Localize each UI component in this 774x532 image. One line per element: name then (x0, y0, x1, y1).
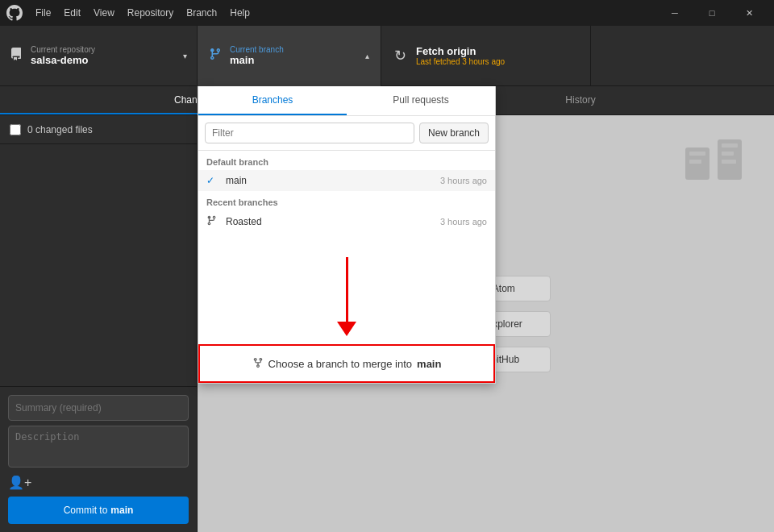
branch-name-main: main (226, 175, 434, 186)
avatar-row: 👤+ (8, 475, 189, 490)
repo-info: Current repository salsa-demo (31, 45, 175, 66)
svg-rect-2 (689, 152, 705, 156)
sidebar-bottom: 👤+ Commit to main (0, 386, 197, 532)
menu-help[interactable]: Help (230, 7, 250, 19)
commit-label: Commit to (64, 505, 108, 516)
svg-rect-6 (722, 160, 736, 164)
menu-repository[interactable]: Repository (127, 7, 173, 19)
commit-branch-bold: main (110, 505, 133, 516)
menu-edit[interactable]: Edit (64, 7, 81, 19)
refresh-icon: ↻ (394, 47, 406, 64)
default-branch-label: Default branch (198, 151, 495, 170)
merge-branch-bold: main (417, 358, 441, 370)
dropdown-tab-bar: Branches Pull requests (198, 86, 495, 116)
titlebar: File Edit View Repository Branch Help ─ … (0, 0, 774, 26)
window-controls: ─ □ ✕ (656, 0, 768, 26)
chevron-up-icon: ▴ (365, 52, 369, 60)
branch-time-roasted: 3 hours ago (440, 217, 487, 227)
svg-rect-3 (689, 160, 701, 164)
checkmark-icon: ✓ (206, 175, 219, 186)
merge-bar[interactable]: Choose a branch to merge into main (198, 344, 495, 383)
chevron-down-icon: ▾ (183, 52, 187, 60)
minimize-button[interactable]: ─ (656, 0, 693, 26)
changed-files-count: 0 changed files (27, 124, 93, 135)
add-coauthor-icon[interactable]: 👤+ (8, 475, 31, 490)
new-branch-button[interactable]: New branch (419, 123, 489, 143)
repo-selector[interactable]: Current repository salsa-demo ▾ (0, 26, 198, 86)
branch-icon (209, 48, 222, 64)
menu-view[interactable]: View (94, 7, 114, 19)
fetch-info: Fetch origin Last fetched 3 hours ago (416, 45, 505, 66)
recent-branches-label: Recent branches (198, 191, 495, 210)
select-all-checkbox[interactable] (10, 124, 21, 135)
menu-file[interactable]: File (35, 7, 51, 19)
merge-icon (252, 357, 264, 371)
repo-label: Current repository (31, 45, 175, 54)
github-logo-icon (6, 5, 23, 21)
close-button[interactable]: ✕ (730, 0, 768, 26)
branch-dropdown: Branches Pull requests New branch Defaul… (198, 86, 496, 384)
branch-time-main: 3 hours ago (440, 176, 487, 185)
commit-button[interactable]: Commit to main (8, 497, 189, 524)
branch-label: Current branch (230, 45, 357, 54)
sidebar-body (0, 144, 197, 386)
arrow-line (346, 257, 348, 322)
merge-text-before: Choose a branch to merge into (268, 358, 413, 370)
repo-name: salsa-demo (31, 54, 175, 66)
branch-item-main[interactable]: ✓ main 3 hours ago (198, 170, 495, 191)
dropdown-tab-pull-requests[interactable]: Pull requests (347, 86, 495, 115)
illustration (677, 131, 750, 190)
dropdown-tab-branches[interactable]: Branches (198, 86, 347, 115)
svg-rect-4 (722, 143, 738, 148)
arrow-indicator (198, 233, 495, 344)
fetch-subtitle: Last fetched 3 hours ago (416, 57, 505, 66)
branch-info: Current branch main (230, 45, 357, 66)
branch-name-roasted: Roasted (226, 216, 434, 227)
branch-icon-small (206, 215, 219, 228)
filter-row: New branch (198, 116, 495, 151)
branch-item-roasted[interactable]: Roasted 3 hours ago (198, 210, 495, 233)
svg-rect-5 (722, 152, 734, 156)
description-textarea[interactable] (8, 426, 189, 468)
summary-input[interactable] (8, 395, 189, 421)
fetch-title: Fetch origin (416, 45, 505, 57)
arrow-head (337, 322, 356, 336)
maximize-button[interactable]: □ (693, 0, 730, 26)
menu-bar: File Edit View Repository Branch Help (35, 7, 250, 19)
menu-branch[interactable]: Branch (186, 7, 217, 19)
fetch-origin-button[interactable]: ↻ Fetch origin Last fetched 3 hours ago (381, 26, 591, 86)
sidebar: 0 changed files 👤+ Commit to main (0, 115, 198, 532)
branch-name: main (230, 54, 357, 66)
branch-filter-input[interactable] (205, 123, 414, 143)
header: Current repository salsa-demo ▾ Current … (0, 26, 774, 86)
branch-selector[interactable]: Current branch main ▴ (198, 26, 381, 86)
repo-icon (10, 48, 23, 64)
sidebar-header: 0 changed files (0, 115, 197, 144)
titlebar-left: File Edit View Repository Branch Help (6, 5, 250, 21)
